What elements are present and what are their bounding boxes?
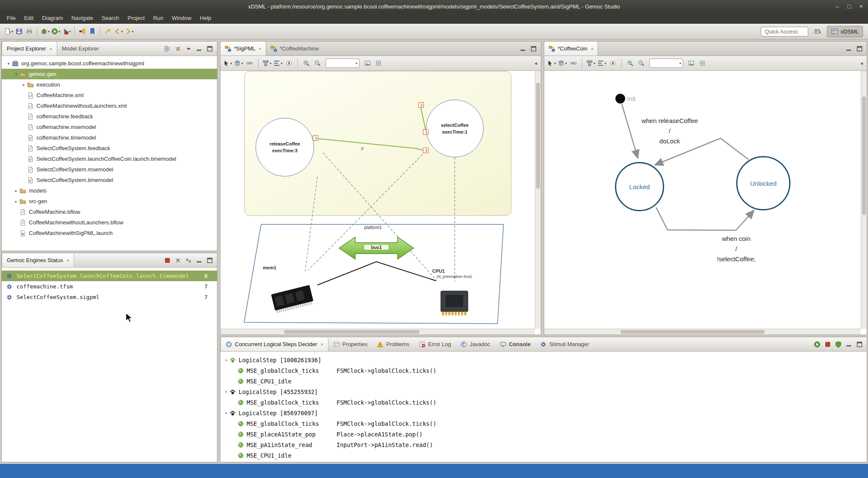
- tree-item-src-gen[interactable]: ▸src-gen: [2, 196, 217, 207]
- taskbar[interactable]: [0, 464, 868, 478]
- maximize-view-icon[interactable]: [856, 341, 863, 348]
- engine-row-coffemachine-tfsm[interactable]: coffemachine.tfsm7: [2, 281, 217, 292]
- expander-icon[interactable]: ▸: [13, 189, 19, 193]
- debug-button[interactable]: ▾: [40, 26, 50, 37]
- gemoc-shield-icon[interactable]: [835, 341, 842, 348]
- initial-state[interactable]: [615, 94, 625, 103]
- back-button[interactable]: ▾: [113, 26, 124, 37]
- tab-coffeemachine[interactable]: *CoffeeMachine: [266, 42, 323, 56]
- expander-icon[interactable]: ▾: [223, 411, 229, 415]
- state-locked[interactable]: Locked: [615, 162, 664, 211]
- sigpml-canvas[interactable]: releaseCoffee execTime:3 selectCoffee ex…: [220, 71, 535, 329]
- maximize-view-icon[interactable]: [856, 45, 863, 52]
- horizontal-scrollbar[interactable]: [220, 329, 535, 335]
- zoom-level-combo[interactable]: ▾: [326, 59, 359, 68]
- bookmark-button[interactable]: [87, 26, 97, 37]
- palette-collapse-button[interactable]: ◂: [860, 60, 865, 66]
- coffeecoin-canvas[interactable]: init Locked Unlocked when releaseCoffee/…: [544, 71, 861, 329]
- minimize-view-icon[interactable]: [846, 341, 852, 348]
- menu-edit[interactable]: Edit: [20, 13, 38, 24]
- maximize-window-button[interactable]: □: [847, 3, 851, 10]
- tree-item-selectcoffeesystem-timemodel[interactable]: SelectCoffeeSystem.timemodel: [2, 175, 217, 185]
- input-port[interactable]: [418, 102, 424, 108]
- save-button[interactable]: [14, 26, 24, 37]
- stop-engine-icon[interactable]: [164, 257, 171, 264]
- tab-problems[interactable]: Problems: [372, 337, 414, 351]
- tab-gemoc-engines-status[interactable]: Gemoc Engines Status×: [2, 253, 74, 267]
- close-icon[interactable]: ×: [67, 258, 69, 263]
- menu-search[interactable]: Search: [97, 13, 123, 24]
- external-tools-button[interactable]: ▾: [61, 26, 72, 37]
- link-with-editor-icon[interactable]: [175, 45, 181, 52]
- close-icon[interactable]: ×: [259, 46, 262, 51]
- expander-icon[interactable]: ▾: [223, 390, 229, 394]
- tab-concurrent-logical-steps-decider[interactable]: Concurrent Logical Steps Decider×: [220, 337, 328, 351]
- tree-item-coffeemachinewithoutlaunchers-bflow[interactable]: CoffeeMachinewithoutLaunchers.bflow: [2, 217, 217, 228]
- tree-item-selectcoffeesystem-feedback[interactable]: SelectCoffeeSystem.feedback: [2, 143, 217, 154]
- grid-button[interactable]: [697, 58, 707, 68]
- maximize-view-icon[interactable]: [530, 45, 537, 52]
- close-window-button[interactable]: ×: [860, 3, 863, 10]
- tree-item-execution[interactable]: ▸execution: [2, 79, 217, 90]
- mse-row[interactable]: MSE_CPU1_idle: [220, 450, 867, 461]
- tab-console[interactable]: Console: [495, 337, 535, 351]
- tab-properties[interactable]: Properties: [328, 337, 372, 351]
- state-unlocked[interactable]: Unlocked: [736, 156, 790, 210]
- engine-row-selectcoffeesystem-sigpml[interactable]: SelectCoffeeSystem.sigpml7: [2, 292, 217, 302]
- mse-row[interactable]: MSE_globalClock_ticksFSMClock->globalClo…: [220, 397, 867, 408]
- mse-row[interactable]: MSE_globalClock_ticksFSMClock->globalClo…: [220, 418, 867, 429]
- expander-icon[interactable]: ▾: [5, 61, 12, 66]
- tab-stimuli-manager[interactable]: Stimuli Manager: [535, 337, 594, 351]
- export-image-button[interactable]: [362, 58, 373, 68]
- logical-step-row[interactable]: ▾LogicalStep [856970097]: [220, 408, 867, 418]
- select-mode-button[interactable]: ▾: [223, 58, 233, 68]
- select-mode-button[interactable]: ▾: [546, 58, 556, 68]
- tree-item-coffemachine-timemodel[interactable]: coffemachine.timemodel: [2, 132, 217, 143]
- minimize-view-icon[interactable]: [846, 45, 852, 52]
- cpu1-chip[interactable]: [441, 291, 468, 313]
- menu-help[interactable]: Help: [196, 13, 216, 24]
- sash-horizontal[interactable]: [220, 335, 867, 337]
- tab-project-explorer[interactable]: Project Explorer×: [2, 42, 57, 56]
- zoom-in-button[interactable]: [625, 58, 635, 68]
- tree-item-coffeemachinewithsigpml-launch[interactable]: CoffeeMachinewithSigPML.launch: [2, 228, 217, 238]
- open-perspective-button[interactable]: [812, 26, 823, 37]
- actor-releaseCoffee[interactable]: releaseCoffee execTime:3: [256, 118, 314, 176]
- tree-item-selectcoffeesystem-msemodel[interactable]: SelectCoffeeSystem.msemodel: [2, 164, 217, 175]
- mse-row[interactable]: MSE_globalClock_ticksFSMClock->globalClo…: [220, 365, 867, 376]
- menu-diagram[interactable]: Diagram: [38, 13, 67, 24]
- layers-button[interactable]: ▾: [557, 58, 568, 68]
- expander-icon[interactable]: ▸: [20, 83, 27, 87]
- mse-row[interactable]: MSE_CPU1_idle: [220, 376, 867, 386]
- menu-project[interactable]: Project: [123, 13, 149, 24]
- close-icon[interactable]: ×: [591, 46, 593, 51]
- grid-button[interactable]: [373, 58, 384, 68]
- input-port[interactable]: [423, 129, 428, 135]
- arrange-all-button[interactable]: ▾: [586, 58, 596, 68]
- vertical-scrollbar[interactable]: [861, 71, 867, 329]
- mse-row[interactable]: MSE_placeA1State_popPlace->placeA1State.…: [220, 429, 867, 439]
- minimize-view-icon[interactable]: [196, 257, 203, 264]
- maximize-view-icon[interactable]: [206, 45, 213, 52]
- tab-coffeecoin[interactable]: *CoffeeCoin×: [544, 42, 598, 56]
- link-with-editor-button[interactable]: [245, 58, 255, 68]
- last-edit-location-button[interactable]: [103, 26, 113, 37]
- tab-error-log[interactable]: Error Log: [414, 337, 456, 351]
- menu-window[interactable]: Window: [167, 13, 195, 24]
- minimize-window-button[interactable]: –: [836, 3, 839, 10]
- tree-item-models[interactable]: ▸models: [2, 185, 217, 196]
- zoom-level-combo[interactable]: ▾: [649, 59, 683, 68]
- tab-sigpml[interactable]: *SigPML×: [220, 42, 266, 56]
- run-icon[interactable]: [814, 341, 821, 348]
- stop-icon[interactable]: [824, 341, 831, 348]
- maximize-view-icon[interactable]: [206, 257, 213, 264]
- zoom-out-button[interactable]: [312, 58, 323, 68]
- tree-item-gemoc-gen[interactable]: ▾gemoc-gen: [2, 69, 217, 79]
- link-with-editor-button[interactable]: [568, 58, 579, 68]
- tree-item-coffeemachine-bflow[interactable]: CoffeeMachine.bflow: [2, 207, 217, 217]
- zoom-in-button[interactable]: [301, 58, 312, 68]
- actor-selectCoffee[interactable]: selectCoffee execTime:1: [426, 100, 484, 157]
- close-icon[interactable]: ×: [49, 46, 52, 51]
- tab-javadoc[interactable]: Javadoc: [456, 337, 495, 351]
- expander-icon[interactable]: ▾: [223, 358, 229, 362]
